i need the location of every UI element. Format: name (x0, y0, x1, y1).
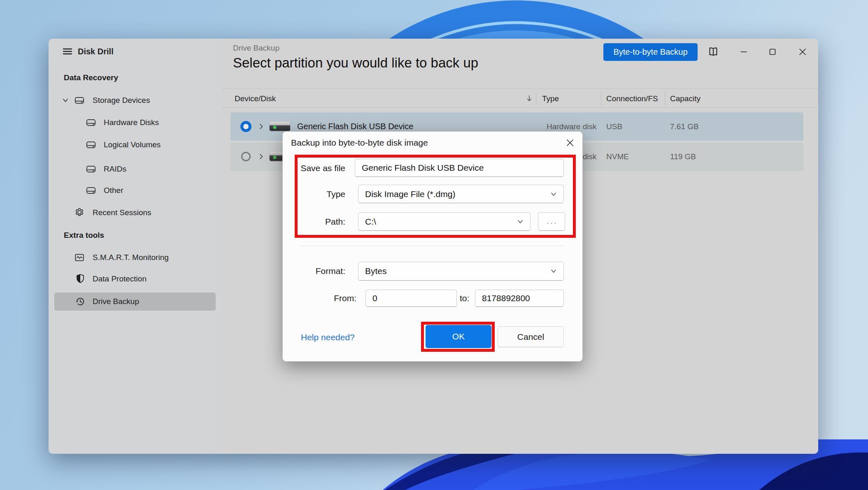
path-label: Path: (283, 212, 345, 231)
sidebar-item-storage-devices[interactable]: Storage Devices (49, 91, 221, 109)
to-value: 8178892800 (482, 293, 530, 303)
column-divider (665, 91, 665, 106)
save-as-file-value: Generic Flash Disk USB Device (362, 163, 484, 173)
radio-unselected[interactable] (241, 152, 251, 161)
drive-icon (86, 117, 96, 128)
maximize-button[interactable] (766, 45, 780, 59)
backup-dialog: Backup into byte-to-byte disk image Save… (282, 131, 583, 362)
chevron-down-icon[interactable] (62, 97, 69, 104)
cancel-button[interactable]: Cancel (498, 326, 564, 347)
save-as-file-input[interactable]: Generic Flash Disk USB Device (355, 159, 564, 177)
history-clock-icon (75, 296, 86, 307)
monitor-wave-icon (74, 252, 85, 263)
disk-device-icon (270, 122, 290, 131)
device-connection: NVME (606, 142, 629, 171)
sidebar: Disk Drill Data Recovery Storage Devices… (49, 39, 221, 454)
sidebar-item-recent-sessions[interactable]: Recent Sessions (49, 204, 221, 222)
sidebar-item-hardware-disks[interactable]: Hardware Disks (49, 114, 221, 132)
sidebar-item-label: S.M.A.R.T. Monitoring (93, 253, 169, 262)
device-connection: USB (606, 112, 622, 141)
to-input[interactable]: 8178892800 (475, 290, 564, 307)
sidebar-item-label: Storage Devices (93, 96, 150, 105)
breadcrumb: Drive Backup (233, 44, 279, 53)
ok-button[interactable]: OK (426, 325, 491, 348)
sidebar-item-label: Other (104, 186, 123, 195)
from-input[interactable]: 0 (365, 290, 457, 307)
chevron-right-icon[interactable] (258, 153, 265, 160)
sidebar-item-other[interactable]: Other (49, 181, 221, 200)
dialog-close-icon[interactable] (564, 137, 576, 149)
browse-button[interactable]: . . . (538, 212, 565, 231)
path-value: C:\ (365, 217, 376, 227)
byte-to-byte-backup-button[interactable]: Byte-to-byte Backup (603, 43, 698, 61)
help-needed-link[interactable]: Help needed? (301, 332, 355, 342)
dialog-title: Backup into byte-to-byte disk image (291, 138, 428, 148)
type-value: Disk Image File (*.dmg) (365, 189, 455, 199)
type-label: Type (283, 185, 345, 203)
knowledge-base-book-icon[interactable] (706, 45, 720, 59)
chevron-down-icon (550, 192, 557, 197)
format-label: Format: (283, 262, 345, 280)
sidebar-item-logical-volumes[interactable]: Logical Volumes (49, 136, 221, 154)
from-value: 0 (372, 293, 377, 303)
dialog-divider (299, 246, 564, 246)
format-value: Bytes (365, 266, 387, 276)
type-dropdown[interactable]: Disk Image File (*.dmg) (358, 185, 564, 203)
save-as-file-label: Save as file (283, 159, 345, 177)
table-header: Device/Disk Type Connection/FS Capacity (221, 88, 818, 108)
chevron-down-icon (517, 219, 524, 224)
sidebar-item-label: Data Protection (93, 274, 147, 283)
from-label: From: (283, 290, 356, 307)
device-capacity: 119 GB (670, 142, 696, 171)
minimize-button[interactable] (737, 45, 751, 59)
sidebar-item-drive-backup[interactable]: Drive Backup (49, 293, 221, 311)
sidebar-section-extra-tools: Extra tools (64, 230, 104, 241)
chevron-right-icon[interactable] (258, 123, 265, 130)
column-divider (536, 91, 536, 106)
drive-icon (86, 164, 96, 174)
hamburger-menu-button[interactable] (62, 46, 73, 56)
sidebar-item-label: Hardware Disks (104, 118, 159, 127)
column-header-type[interactable]: Type (542, 89, 559, 108)
sidebar-section-data-recovery: Data Recovery (64, 72, 118, 84)
radio-selected[interactable] (240, 121, 251, 132)
close-button[interactable] (796, 45, 810, 59)
format-dropdown[interactable]: Bytes (358, 262, 564, 281)
sidebar-header: Disk Drill (49, 42, 221, 60)
sidebar-item-label: Drive Backup (93, 297, 139, 306)
sidebar-item-label: Logical Volumes (104, 140, 161, 149)
path-dropdown[interactable]: C:\ (358, 212, 531, 231)
drive-icon (86, 139, 96, 150)
sidebar-item-label: RAIDs (104, 165, 126, 174)
sidebar-item-raids[interactable]: RAIDs (49, 160, 221, 178)
gear-icon (74, 207, 85, 218)
chevron-down-icon (550, 269, 557, 274)
desktop: Disk Drill Data Recovery Storage Devices… (0, 0, 868, 490)
device-capacity: 7.61 GB (670, 112, 699, 141)
column-header-device-disk[interactable]: Device/Disk (235, 89, 276, 108)
sidebar-item-smart-monitoring[interactable]: S.M.A.R.T. Monitoring (49, 248, 221, 267)
to-label: to: (460, 290, 471, 307)
sidebar-item-data-protection[interactable]: Data Protection (49, 270, 221, 288)
drive-icon (74, 95, 85, 106)
sidebar-item-label: Recent Sessions (93, 208, 151, 217)
shield-icon (75, 273, 86, 284)
page-title: Select partition you would like to back … (233, 55, 478, 71)
app-title: Disk Drill (78, 47, 114, 56)
column-header-connection-fs[interactable]: Connection/FS (606, 89, 658, 108)
drive-icon (86, 185, 96, 196)
column-header-capacity[interactable]: Capacity (670, 89, 700, 108)
column-divider (601, 91, 601, 106)
sort-descending-icon[interactable] (525, 94, 533, 102)
